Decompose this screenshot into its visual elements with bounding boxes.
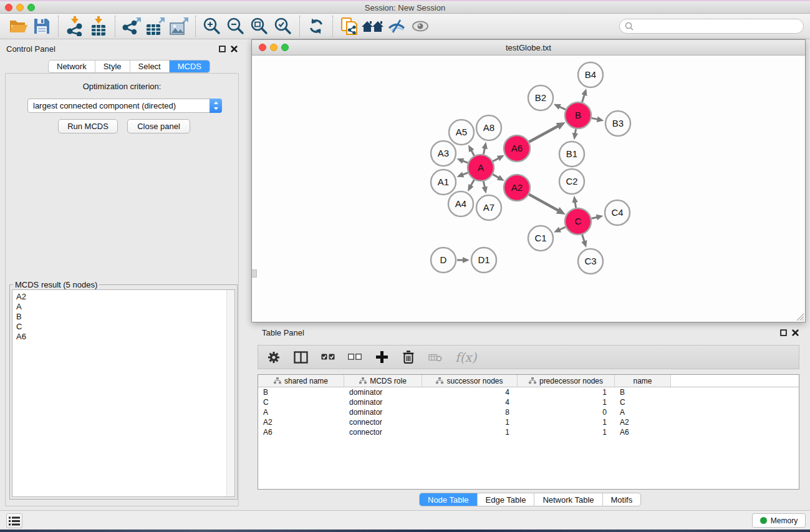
graph-node-A4[interactable]: A4 xyxy=(448,191,473,216)
result-item[interactable]: A2 xyxy=(16,292,234,302)
graph-node-A5[interactable]: A5 xyxy=(449,120,474,145)
zoom-fit-button[interactable] xyxy=(248,14,271,38)
table-cell[interactable]: A xyxy=(615,407,671,417)
edge-B-B3[interactable] xyxy=(592,117,604,122)
edge-A-A7[interactable] xyxy=(482,181,488,194)
edge-A-A6[interactable] xyxy=(493,155,504,162)
table-cell[interactable]: 1 xyxy=(422,427,518,437)
graph-node-B2[interactable]: B2 xyxy=(528,85,553,110)
edge-C-C3[interactable] xyxy=(581,235,587,248)
result-item[interactable]: B xyxy=(16,312,234,322)
houses-button[interactable] xyxy=(361,14,385,38)
result-item[interactable]: A6 xyxy=(16,332,234,342)
tab-select[interactable]: Select xyxy=(130,60,169,72)
edge-C-C2[interactable] xyxy=(572,196,578,208)
open-session-button[interactable] xyxy=(6,14,30,38)
close-panel-icon[interactable] xyxy=(231,46,238,52)
graph-node-A7[interactable]: A7 xyxy=(476,195,501,220)
delete-columns-button[interactable] xyxy=(402,351,415,364)
float-panel-icon[interactable] xyxy=(780,329,787,336)
table-cell[interactable]: dominator xyxy=(344,407,422,417)
table-cell[interactable]: A2 xyxy=(615,417,671,427)
table-cell[interactable]: 4 xyxy=(422,397,518,407)
column-header-mcds-role[interactable]: MCDS role xyxy=(344,375,422,387)
edge-A6-B[interactable] xyxy=(529,122,565,142)
splitter-grip[interactable] xyxy=(252,269,257,278)
edge-A2-C[interactable] xyxy=(529,195,566,215)
delete-table-button[interactable] xyxy=(428,353,442,362)
graph-node-B4[interactable]: B4 xyxy=(578,62,603,87)
export-network-button[interactable] xyxy=(120,14,143,38)
close-panel-button[interactable]: Close panel xyxy=(127,119,190,133)
graph-node-D1[interactable]: D1 xyxy=(471,248,496,273)
tab-node-table[interactable]: Node Table xyxy=(420,493,477,506)
result-item[interactable]: A xyxy=(16,302,234,312)
edge-A-A2[interactable] xyxy=(493,175,504,181)
graph-node-A[interactable]: A xyxy=(468,155,494,181)
tab-edge-table[interactable]: Edge Table xyxy=(477,493,534,506)
table-cell[interactable]: dominator xyxy=(344,397,422,407)
table-cell[interactable]: A xyxy=(258,407,344,417)
table-cell[interactable]: 0 xyxy=(518,407,615,417)
table-cell[interactable]: 1 xyxy=(518,387,615,397)
function-builder-button[interactable]: f(x) xyxy=(455,351,476,364)
graph-node-B1[interactable]: B1 xyxy=(559,142,584,167)
table-cell[interactable]: B xyxy=(615,387,671,397)
zoom-selected-button[interactable] xyxy=(271,14,295,38)
table-row[interactable]: A2connector11A2 xyxy=(258,417,799,427)
eye-button[interactable] xyxy=(408,14,432,38)
edge-A-A3[interactable] xyxy=(457,158,468,164)
import-table-button[interactable] xyxy=(87,14,110,38)
table-row[interactable]: Cdominator41C xyxy=(258,397,799,407)
graph-node-A1[interactable]: A1 xyxy=(431,170,456,195)
criterion-dropdown[interactable]: largest connected component (directed) xyxy=(27,99,222,113)
edge-A-A4[interactable] xyxy=(468,180,474,191)
resize-grip-icon[interactable] xyxy=(796,313,804,321)
zoom-in-button[interactable] xyxy=(200,14,224,38)
column-header-shared-name[interactable]: shared name xyxy=(258,375,344,387)
graph-node-C2[interactable]: C2 xyxy=(559,169,584,194)
column-header-predecessor-nodes[interactable]: predecessor nodes xyxy=(518,375,615,387)
table-settings-button[interactable] xyxy=(267,351,281,364)
zoom-out-button[interactable] xyxy=(224,14,248,38)
tab-network-table[interactable]: Network Table xyxy=(534,493,602,506)
table-cell[interactable]: dominator xyxy=(344,387,422,397)
table-row[interactable]: Adominator80A xyxy=(258,407,799,417)
search-field[interactable] xyxy=(619,19,804,34)
tab-mcds[interactable]: MCDS xyxy=(169,60,210,72)
graph-node-A8[interactable]: A8 xyxy=(476,115,501,140)
graph-node-A3[interactable]: A3 xyxy=(431,141,456,166)
save-session-button[interactable] xyxy=(30,14,54,38)
table-cell[interactable]: connector xyxy=(344,427,422,437)
edge-A-A1[interactable] xyxy=(457,172,468,177)
search-input[interactable] xyxy=(637,22,798,31)
table-cell[interactable]: A6 xyxy=(615,427,671,437)
graph-node-B[interactable]: B xyxy=(565,102,591,128)
select-all-button[interactable] xyxy=(321,354,335,360)
import-network-button[interactable] xyxy=(63,14,87,38)
tab-style[interactable]: Style xyxy=(95,60,130,72)
graph-node-B3[interactable]: B3 xyxy=(605,111,630,136)
graph-node-A2[interactable]: A2 xyxy=(504,175,530,201)
export-table-button[interactable] xyxy=(143,14,167,38)
column-header-name[interactable]: name xyxy=(615,375,671,387)
table-cell[interactable]: 8 xyxy=(422,407,518,417)
run-mcds-button[interactable]: Run MCDS xyxy=(58,119,118,133)
task-history-button[interactable] xyxy=(6,513,22,528)
edge-B-B4[interactable] xyxy=(582,89,587,102)
edge-D-D1[interactable] xyxy=(457,257,470,263)
edge-C-C1[interactable] xyxy=(554,227,566,233)
edge-A-A8[interactable] xyxy=(482,142,488,155)
float-panel-icon[interactable] xyxy=(219,46,226,52)
table-cell[interactable]: 1 xyxy=(518,397,615,407)
table-cell[interactable]: 1 xyxy=(422,417,518,427)
close-panel-icon[interactable] xyxy=(792,329,799,336)
graph-node-D[interactable]: D xyxy=(431,248,456,273)
graph-node-A6[interactable]: A6 xyxy=(504,135,530,162)
table-cell[interactable]: C xyxy=(258,397,344,407)
network-window-titlebar[interactable]: testGlobe.txt xyxy=(252,40,805,56)
tab-network[interactable]: Network xyxy=(49,60,95,72)
table-row[interactable]: A6connector11A6 xyxy=(258,427,799,437)
memory-button[interactable]: Memory xyxy=(752,513,806,528)
table-cell[interactable]: 1 xyxy=(518,417,615,427)
